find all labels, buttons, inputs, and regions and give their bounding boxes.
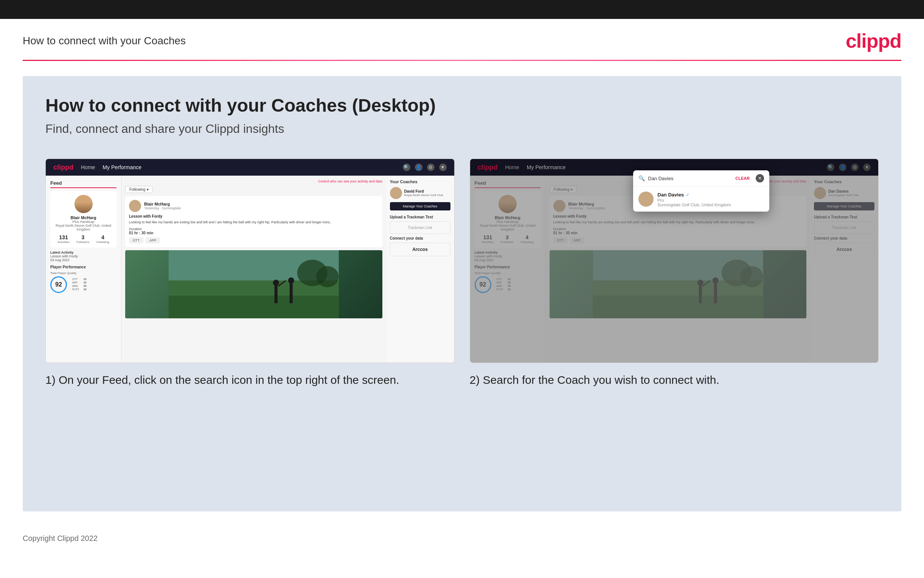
mock-app-1: clippd Home My Performance 🔍 👤 ⚙ ▼ Feed: [45, 159, 455, 363]
feed-tab-1[interactable]: Feed: [50, 180, 117, 188]
profile-card-1: Blair McHarg Plus Handicap Royal North D…: [50, 191, 117, 248]
app-nav-performance-1: My Performance: [102, 164, 141, 170]
perf-bars-1: OTT90 APP85 ARG86 PUTT96: [72, 278, 91, 291]
arccos-box-1: Arccos: [390, 243, 450, 256]
stat-activities-label-1: Activities: [58, 240, 70, 244]
post-app-btn-1[interactable]: APP: [146, 237, 160, 244]
post-action-btns-1: OTT APP: [129, 237, 379, 244]
copyright-text: Copyright Clippd 2022: [23, 534, 97, 542]
result-club-1: Sunningdale Golf Club, United Kingdom: [657, 203, 731, 207]
screenshot-1-container: clippd Home My Performance 🔍 👤 ⚙ ▼ Feed: [45, 159, 455, 388]
post-title-1: Lesson with Fordy: [129, 214, 379, 218]
page-title: How to connect with your Coaches: [23, 35, 186, 47]
connect-title-1: Connect your data: [390, 236, 450, 240]
stat-followers-1: 3 Followers: [76, 234, 89, 244]
profile-club-1: Royal North Devon Golf Club, United King…: [54, 224, 113, 231]
search-modal: 🔍 Dan Davies CLEAR ✕ Dan Davies ✓ Pro: [633, 170, 769, 212]
activity-name-1: Lesson with Fordy: [50, 254, 117, 258]
profile-name-1: Blair McHarg: [54, 215, 113, 220]
avatar-1: [74, 195, 93, 213]
app-nav-logo-1: clippd: [53, 164, 73, 172]
svg-rect-5: [275, 284, 278, 303]
svg-point-4: [316, 266, 339, 287]
search-icon-modal: 🔍: [638, 175, 645, 181]
post-author-name-1: Blair McHarg: [144, 202, 181, 206]
total-quality-1: Total Player Quality: [50, 271, 117, 275]
user-icon[interactable]: 👤: [415, 164, 422, 171]
right-panel-1: Your Coaches David Ford Royal North Devo…: [386, 175, 454, 363]
search-input-modal[interactable]: Dan Davies: [648, 175, 732, 181]
stat-followers-label-1: Followers: [76, 240, 89, 244]
app-nav-1: clippd Home My Performance 🔍 👤 ⚙ ▼: [46, 159, 454, 175]
result-name-1: Dan Davies: [657, 192, 684, 198]
clear-button[interactable]: CLEAR: [735, 176, 750, 180]
settings-icon[interactable]: ⚙: [427, 164, 435, 171]
score-circle-1: 92: [50, 276, 67, 293]
manage-coaches-btn-1[interactable]: Manage Your Coaches: [390, 202, 450, 211]
screenshots-row: clippd Home My Performance 🔍 👤 ⚙ ▼ Feed: [45, 159, 879, 388]
post-off-btn-1[interactable]: OTT: [129, 237, 143, 244]
header-divider: [23, 60, 901, 61]
coach-card-1: David Ford Royal North Devon Golf Club: [390, 187, 450, 199]
upload-title-1: Upload a Trackman Test: [390, 215, 450, 219]
control-link-1[interactable]: Control who can see your activity and da…: [125, 179, 382, 183]
footer: Copyright Clippd 2022: [0, 526, 924, 550]
stat-following-1: 4 Following: [96, 234, 109, 244]
post-text-1: Looking to feel like my hands are exitin…: [129, 220, 379, 225]
stat-followers-num-1: 3: [76, 234, 89, 240]
result-role-1: Pro: [657, 198, 731, 203]
post-author-sub-1: Yesterday · Sunningdale: [144, 206, 181, 210]
mock-app-2: clippd Home My Performance 🔍 👤 ⚙ ▼ Feed: [470, 159, 879, 363]
stat-activities-1: 131 Activities: [58, 234, 70, 244]
trackman-box-1: Trackman Link: [390, 221, 450, 234]
search-bar: 🔍 Dan Davies CLEAR ✕: [633, 170, 769, 187]
center-panel-1: Control who can see your activity and da…: [121, 175, 386, 363]
post-image-1: [125, 250, 382, 318]
stat-following-label-1: Following: [96, 240, 109, 244]
main-content: How to connect with your Coaches (Deskto…: [23, 76, 901, 511]
result-avatar-1: [638, 192, 654, 207]
app-nav-icons-1: 🔍 👤 ⚙ ▼: [403, 164, 447, 171]
perf-row-1: 92 OTT90 APP85 ARG86 PUTT96: [50, 276, 117, 293]
search-icon[interactable]: 🔍: [403, 164, 410, 171]
svg-rect-8: [290, 283, 293, 303]
app-body-1: Feed Blair McHarg Plus Handicap Royal No…: [46, 175, 454, 363]
profile-handicap-1: Plus Handicap: [54, 220, 113, 224]
coach-club-1: Royal North Devon Golf Club: [404, 193, 443, 197]
following-btn-1[interactable]: Following ▾: [125, 186, 153, 193]
stat-activities-num-1: 131: [58, 234, 70, 240]
screenshot-2-container: clippd Home My Performance 🔍 👤 ⚙ ▼ Feed: [470, 159, 879, 388]
golf-scene-1: [125, 250, 382, 318]
post-card-1: Blair McHarg Yesterday · Sunningdale Les…: [125, 196, 382, 247]
post-author-avatar-1: [129, 200, 141, 212]
search-result-1[interactable]: Dan Davies ✓ Pro Sunningdale Golf Club, …: [633, 187, 769, 212]
avatar-figure-1: [74, 195, 93, 213]
left-panel-1: Feed Blair McHarg Plus Handicap Royal No…: [46, 175, 121, 363]
profile-stats-1: 131 Activities 3 Followers 4 Following: [54, 234, 113, 244]
svg-point-6: [273, 280, 279, 286]
player-perf-1: Player Performance Total Player Quality …: [50, 265, 117, 293]
arccos-text-1: Arccos: [394, 247, 446, 252]
avatar-icon[interactable]: ▼: [439, 164, 447, 171]
verified-icon: ✓: [686, 192, 689, 198]
post-duration-1: Duration 01 hr : 30 min: [129, 227, 379, 235]
step2-label: 2) Search for the Coach you wish to conn…: [470, 372, 879, 388]
stat-following-num-1: 4: [96, 234, 109, 240]
svg-rect-1: [169, 295, 339, 318]
svg-point-9: [288, 278, 294, 284]
app-nav-home-1: Home: [81, 164, 95, 170]
main-title: How to connect with your Coaches (Deskto…: [45, 95, 879, 116]
post-author-1: Blair McHarg Yesterday · Sunningdale: [129, 200, 379, 212]
header: How to connect with your Coaches clippd: [0, 19, 924, 60]
perf-title-1: Player Performance: [50, 265, 117, 269]
clippd-logo: clippd: [846, 29, 901, 52]
latest-activity-label-1: Latest Activity: [50, 250, 117, 254]
coach-name-1: David Ford: [404, 189, 443, 193]
top-bar: [0, 0, 924, 19]
main-subtitle: Find, connect and share your Clippd insi…: [45, 122, 879, 136]
coaches-title-1: Your Coaches: [390, 179, 450, 184]
close-search-button[interactable]: ✕: [756, 174, 764, 182]
step1-label: 1) On your Feed, click on the search ico…: [45, 372, 455, 388]
activity-date-1: 03 Aug 2022: [50, 258, 117, 262]
coach-avatar-1: [390, 187, 402, 199]
